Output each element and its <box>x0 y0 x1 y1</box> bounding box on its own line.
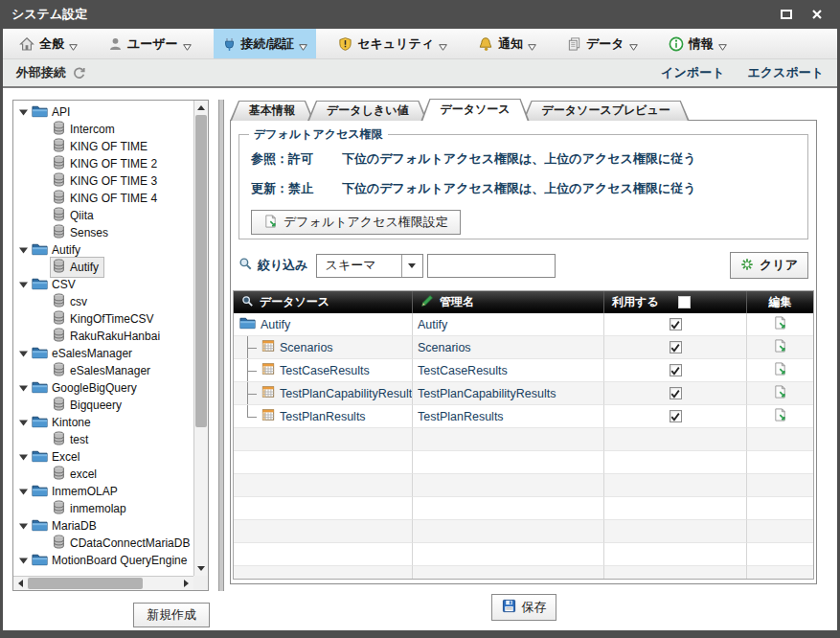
edit-icon[interactable] <box>773 384 787 402</box>
menu-item-接続/認証[interactable]: 接続/認証 <box>214 29 317 58</box>
tree-item-KING OF TIME 4[interactable]: KING OF TIME 4 <box>13 190 193 207</box>
tree-item-test[interactable]: test <box>13 431 193 448</box>
expander-icon[interactable] <box>19 347 28 360</box>
tab-データしきい値[interactable]: データしきい値 <box>307 101 427 121</box>
use-checkbox[interactable] <box>670 364 682 376</box>
expander-icon[interactable] <box>19 381 28 395</box>
expander-icon[interactable] <box>19 278 28 291</box>
empty-cell <box>234 451 413 474</box>
expander-icon[interactable] <box>19 519 28 533</box>
use-checkbox[interactable] <box>670 341 682 353</box>
menu-item-情報[interactable]: 情報 <box>660 29 736 58</box>
edit-icon[interactable] <box>773 407 787 425</box>
column-header-label: データソース <box>260 294 329 310</box>
table-row[interactable]: TestCaseResultsTestCaseResults <box>234 359 813 382</box>
tree-item-KingOfTimeCSV[interactable]: KingOfTimeCSV <box>13 310 193 328</box>
tree-item-CDataConnectMariaDB[interactable]: CDataConnectMariaDB <box>13 535 193 552</box>
tree-group-Kintone[interactable]: Kintone <box>13 414 193 431</box>
tree-group-MotionBoard QueryEngine[interactable]: MotionBoard QueryEngine <box>13 552 193 569</box>
tree-item-label: RakuRakuHanbai <box>70 330 160 343</box>
tree-vertical-scrollbar[interactable] <box>193 101 208 576</box>
use-checkbox-cell <box>604 359 747 382</box>
refresh-icon[interactable] <box>72 66 86 80</box>
save-button[interactable]: 保存 <box>491 594 556 621</box>
table-row[interactable]: TestPlanCapabilityResultsTestPlanCapabil… <box>234 382 813 405</box>
tree-item-Senses[interactable]: Senses <box>13 224 193 241</box>
tree-item-content: Bigqueery <box>51 396 126 415</box>
menu-item-ユーザー[interactable]: ユーザー <box>100 29 200 58</box>
tree-item-csv[interactable]: csv <box>13 293 193 310</box>
tree-group-Autify[interactable]: Autify <box>13 241 193 259</box>
menu-item-通知[interactable]: 通知 <box>469 29 545 58</box>
expander-icon[interactable] <box>19 485 28 498</box>
datasource-name-cell: Autify <box>234 313 413 336</box>
connection-tree-panel: APIIntercomKING OF TIMEKING OF TIME 2KIN… <box>12 100 209 591</box>
table-row[interactable]: ScenariosScenarios <box>234 336 813 359</box>
tab-データソース[interactable]: データソース <box>420 99 529 121</box>
scrollbar-thumb[interactable] <box>28 578 143 589</box>
select-all-checkbox[interactable] <box>678 296 691 308</box>
scrollbar-thumb[interactable] <box>195 115 207 427</box>
db-icon <box>53 155 65 172</box>
tree-group-MariaDB[interactable]: MariaDB <box>13 517 193 535</box>
tree-item-Autify[interactable]: Autify <box>13 259 193 276</box>
filter-input[interactable] <box>427 254 556 278</box>
tree-item-eSalesManager[interactable]: eSalesManager <box>13 362 193 379</box>
chevron-down-icon[interactable] <box>401 255 422 277</box>
panel-splitter[interactable] <box>218 100 224 591</box>
tree-group-API[interactable]: API <box>13 103 193 121</box>
new-create-button[interactable]: 新規作成 <box>133 603 210 627</box>
menu-bar: 全般ユーザー接続/認証セキュリティ通知データ情報 <box>3 29 837 59</box>
clear-button[interactable]: クリア <box>730 252 808 279</box>
scroll-down-button[interactable] <box>194 561 208 576</box>
search-icon <box>241 295 254 310</box>
expander-icon[interactable] <box>19 243 28 257</box>
export-button[interactable]: エクスポート <box>747 64 824 81</box>
edit-icon[interactable] <box>773 361 787 379</box>
scroll-left-button[interactable] <box>13 577 28 590</box>
close-icon[interactable] <box>811 9 823 20</box>
tree-item-KING OF TIME 2[interactable]: KING OF TIME 2 <box>13 155 193 172</box>
menu-item-データ[interactable]: データ <box>558 29 647 58</box>
default-access-settings-button[interactable]: デフォルトアクセス権限設定 <box>251 210 461 235</box>
expander-icon[interactable] <box>19 105 28 119</box>
tree-item-Bigqueery[interactable]: Bigqueery <box>13 397 193 414</box>
maximize-icon[interactable] <box>781 10 792 19</box>
column-header-label: 編集 <box>769 294 792 310</box>
table-row[interactable]: AutifyAutify <box>234 313 813 336</box>
tree-horizontal-scrollbar[interactable] <box>13 576 193 590</box>
tree-group-eSalesManager[interactable]: eSalesManager <box>13 345 193 362</box>
filter-label: 絞り込み <box>258 257 308 274</box>
edit-icon[interactable] <box>773 338 787 356</box>
tree-item-Qiita[interactable]: Qiita <box>13 207 193 224</box>
scroll-right-button[interactable] <box>179 577 193 590</box>
tree-item-excel[interactable]: excel <box>13 466 193 483</box>
menu-item-全般[interactable]: 全般 <box>11 29 86 58</box>
empty-cell <box>604 474 747 497</box>
tree-group-Excel[interactable]: Excel <box>13 448 193 466</box>
expander-icon[interactable] <box>19 416 28 429</box>
schema-dropdown[interactable]: スキーマ <box>316 254 423 278</box>
use-checkbox[interactable] <box>670 318 682 330</box>
tree-item-RakuRakuHanbai[interactable]: RakuRakuHanbai <box>13 328 193 345</box>
tree-group-CSV[interactable]: CSV <box>13 276 193 293</box>
tree-group-InmemOLAP[interactable]: InmemOLAP <box>13 483 193 500</box>
import-button[interactable]: インポート <box>661 64 724 81</box>
tree-group-GoogleBigQuery[interactable]: GoogleBigQuery <box>13 379 193 397</box>
scroll-up-button[interactable] <box>194 101 208 115</box>
tree-item-KING OF TIME[interactable]: KING OF TIME <box>13 138 193 155</box>
tree-line-connector <box>239 336 257 358</box>
expander-icon[interactable] <box>19 554 28 567</box>
tab-データソースプレビュー[interactable]: データソースプレビュー <box>523 101 690 121</box>
use-checkbox[interactable] <box>670 410 682 422</box>
tab-基本情報[interactable]: 基本情報 <box>230 101 314 121</box>
edit-icon[interactable] <box>773 315 787 333</box>
tree-item-Intercom[interactable]: Intercom <box>13 121 193 138</box>
use-checkbox[interactable] <box>670 387 682 399</box>
table-row[interactable]: TestPlanResultsTestPlanResults <box>234 405 813 428</box>
datasource-name-cell: TestCaseResults <box>234 359 413 382</box>
expander-icon[interactable] <box>19 450 28 464</box>
tree-item-inmemolap[interactable]: inmemolap <box>13 500 193 517</box>
tree-item-KING OF TIME 3[interactable]: KING OF TIME 3 <box>13 172 193 190</box>
menu-item-セキュリティ[interactable]: セキュリティ <box>329 29 456 58</box>
